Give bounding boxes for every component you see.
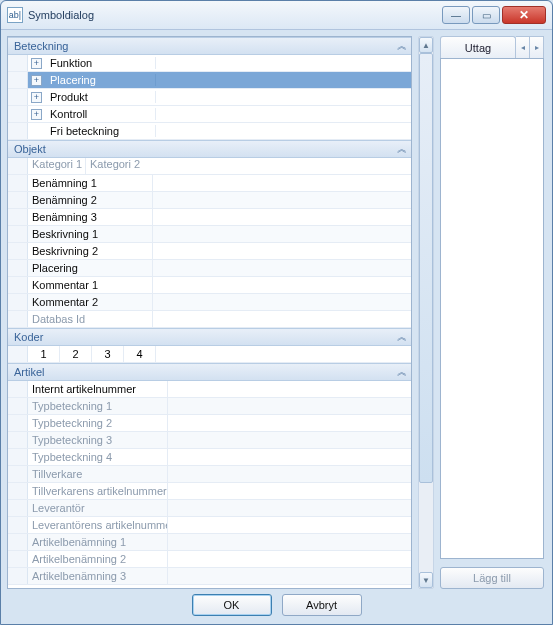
objekt-row[interactable]: Placering — [8, 260, 411, 277]
koder-cell[interactable]: 2 — [60, 346, 92, 362]
row-label: Funktion — [46, 57, 156, 69]
row-value[interactable] — [153, 175, 411, 191]
scroll-track[interactable] — [419, 53, 433, 572]
row-gutter — [8, 534, 28, 550]
expand-icon[interactable]: + — [31, 109, 42, 120]
beteckning-row[interactable]: +Placering — [8, 72, 411, 89]
column-header: Kategori 2 — [86, 158, 411, 174]
artikel-row[interactable]: Internt artikelnummer — [8, 381, 411, 398]
close-button[interactable]: ✕ — [502, 6, 546, 24]
artikel-row[interactable]: Artikelbenämning 3 — [8, 568, 411, 585]
objekt-row[interactable]: Benämning 2 — [8, 192, 411, 209]
maximize-button[interactable]: ▭ — [472, 6, 500, 24]
artikel-row[interactable]: Artikelbenämning 1 — [8, 534, 411, 551]
tab-scroll-left[interactable]: ◂ — [516, 36, 530, 58]
expand-icon[interactable]: + — [31, 92, 42, 103]
row-value[interactable] — [168, 517, 411, 533]
add-button[interactable]: Lägg till — [440, 567, 544, 589]
koder-cell[interactable]: 4 — [124, 346, 156, 362]
section-header-objekt[interactable]: Objekt ︽ — [8, 140, 411, 158]
row-label: Typbeteckning 2 — [28, 415, 168, 431]
title-bar: ab| Symboldialog — ▭ ✕ — [1, 1, 552, 30]
artikel-row[interactable]: Artikelbenämning 2 — [8, 551, 411, 568]
row-value[interactable] — [153, 294, 411, 310]
artikel-row[interactable]: Leverantörens artikelnummer — [8, 517, 411, 534]
row-label: Tillverkare — [28, 466, 168, 482]
row-label: Benämning 2 — [28, 192, 153, 208]
artikel-row[interactable]: Typbeteckning 3 — [8, 432, 411, 449]
row-value[interactable] — [168, 449, 411, 465]
cancel-button[interactable]: Avbryt — [282, 594, 362, 616]
row-value[interactable] — [168, 415, 411, 431]
row-label: Fri beteckning — [46, 125, 156, 137]
row-value[interactable] — [168, 398, 411, 414]
objekt-row[interactable]: Databas Id — [8, 311, 411, 328]
section-title: Koder — [14, 331, 43, 343]
tab-scroll-right[interactable]: ▸ — [530, 36, 544, 58]
row-value[interactable] — [153, 260, 411, 276]
row-label: Benämning 3 — [28, 209, 153, 225]
row-gutter — [8, 55, 28, 71]
artikel-row[interactable]: Typbeteckning 4 — [8, 449, 411, 466]
row-value[interactable] — [153, 192, 411, 208]
expand-icon[interactable]: + — [31, 75, 42, 86]
beteckning-row[interactable]: Fri beteckning — [8, 123, 411, 140]
row-value[interactable] — [168, 551, 411, 567]
row-value[interactable] — [168, 483, 411, 499]
artikel-row[interactable]: Tillverkarens artikelnummer — [8, 483, 411, 500]
row-value[interactable] — [153, 311, 411, 327]
objekt-row[interactable]: Beskrivning 2 — [8, 243, 411, 260]
koder-cell[interactable]: 3 — [92, 346, 124, 362]
artikel-row[interactable]: Tillverkare — [8, 466, 411, 483]
row-value[interactable] — [153, 226, 411, 242]
koder-row[interactable]: 1234 — [8, 346, 411, 363]
minimize-button[interactable]: — — [442, 6, 470, 24]
main-property-grid[interactable]: Beteckning ︽ +Funktion+Placering+Produkt… — [7, 36, 412, 589]
artikel-row[interactable]: Typbeteckning 2 — [8, 415, 411, 432]
collapse-icon[interactable]: ︽ — [397, 39, 405, 53]
collapse-icon[interactable]: ︽ — [397, 365, 405, 379]
collapse-icon[interactable]: ︽ — [397, 330, 405, 344]
objekt-row[interactable]: Kommentar 1 — [8, 277, 411, 294]
vertical-scrollbar[interactable]: ▲ ▼ — [418, 36, 434, 589]
beteckning-row[interactable]: +Produkt — [8, 89, 411, 106]
row-value[interactable] — [168, 381, 411, 397]
row-gutter — [8, 106, 28, 122]
row-value[interactable] — [153, 209, 411, 225]
row-label: Databas Id — [28, 311, 153, 327]
objekt-row[interactable]: Kommentar 2 — [8, 294, 411, 311]
objekt-row[interactable]: Beskrivning 1 — [8, 226, 411, 243]
row-value[interactable] — [153, 277, 411, 293]
artikel-row[interactable]: Typbeteckning 1 — [8, 398, 411, 415]
row-gutter — [8, 568, 28, 584]
beteckning-row[interactable]: +Funktion — [8, 55, 411, 72]
objekt-row[interactable]: Benämning 1 — [8, 175, 411, 192]
ok-button[interactable]: OK — [192, 594, 272, 616]
scroll-down-button[interactable]: ▼ — [419, 572, 433, 588]
app-icon: ab| — [7, 7, 23, 23]
row-value[interactable] — [168, 500, 411, 516]
scroll-up-button[interactable]: ▲ — [419, 37, 433, 53]
row-label: Artikelbenämning 3 — [28, 568, 168, 584]
section-header-artikel[interactable]: Artikel ︽ — [8, 363, 411, 381]
beteckning-row[interactable]: +Kontroll — [8, 106, 411, 123]
row-value[interactable] — [168, 568, 411, 584]
row-gutter — [8, 294, 28, 310]
row-value[interactable] — [168, 432, 411, 448]
right-pane — [440, 58, 544, 559]
row-value[interactable] — [168, 534, 411, 550]
row-value[interactable] — [153, 243, 411, 259]
scroll-thumb[interactable] — [419, 53, 433, 483]
row-gutter — [8, 346, 28, 362]
artikel-row[interactable]: Leverantör — [8, 500, 411, 517]
row-label: Kommentar 1 — [28, 277, 153, 293]
koder-cell[interactable]: 1 — [28, 346, 60, 362]
row-value[interactable] — [168, 466, 411, 482]
collapse-icon[interactable]: ︽ — [397, 142, 405, 156]
row-gutter — [8, 89, 28, 105]
objekt-row[interactable]: Benämning 3 — [8, 209, 411, 226]
section-header-koder[interactable]: Koder ︽ — [8, 328, 411, 346]
expand-icon[interactable]: + — [31, 58, 42, 69]
section-header-beteckning[interactable]: Beteckning ︽ — [8, 37, 411, 55]
tab-uttag[interactable]: Uttag — [440, 36, 516, 58]
